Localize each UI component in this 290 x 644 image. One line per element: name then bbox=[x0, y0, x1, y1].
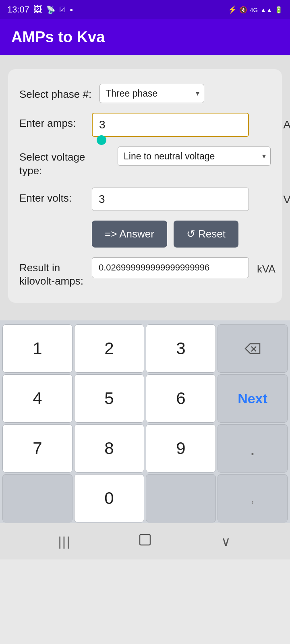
volts-row: Enter volts: V bbox=[19, 188, 271, 211]
volts-control: V bbox=[92, 188, 271, 211]
buttons-row: => Answer ↺ Reset bbox=[92, 221, 271, 248]
key-7[interactable]: 7 bbox=[2, 424, 72, 473]
amps-control: A bbox=[92, 113, 271, 137]
key-dot[interactable]: . bbox=[218, 424, 288, 473]
battery-icon: 🔋 bbox=[275, 6, 283, 14]
nav-bar: ||| ∨ bbox=[0, 523, 290, 559]
result-input bbox=[92, 257, 249, 278]
recents-icon: ||| bbox=[58, 534, 71, 549]
amps-input[interactable] bbox=[92, 113, 249, 137]
cursor-dot bbox=[97, 135, 106, 145]
key-9[interactable]: 9 bbox=[146, 424, 216, 473]
status-check-icon: ☑ bbox=[59, 5, 66, 14]
backspace-icon bbox=[244, 342, 261, 355]
keyboard-row-2: 4 5 6 Next bbox=[2, 374, 288, 423]
home-square-icon bbox=[137, 532, 153, 547]
mute-icon: 🔇 bbox=[239, 6, 247, 14]
key-2[interactable]: 2 bbox=[74, 324, 144, 373]
phase-row: Select phase #: Three phase Single phase… bbox=[19, 84, 271, 103]
key-4[interactable]: 4 bbox=[2, 374, 72, 423]
key-empty-left bbox=[2, 474, 72, 522]
voltage-type-row: Select voltage type: Line to neutral vol… bbox=[19, 147, 271, 178]
main-content: Select phase #: Three phase Single phase… bbox=[0, 55, 290, 320]
status-cast-icon: 📡 bbox=[46, 5, 55, 14]
volts-input[interactable] bbox=[92, 188, 249, 211]
keyboard: 1 2 3 4 5 6 Next 7 8 9 . 0 , bbox=[0, 320, 290, 523]
result-control bbox=[92, 257, 249, 278]
voltage-type-select-wrapper[interactable]: Line to neutral voltage Line to line vol… bbox=[118, 147, 271, 166]
app-title: AMPs to Kva bbox=[11, 29, 105, 46]
key-comma[interactable]: , bbox=[218, 474, 288, 522]
result-unit: kVA bbox=[257, 257, 276, 275]
key-8[interactable]: 8 bbox=[74, 424, 144, 473]
keyboard-row-1: 1 2 3 bbox=[2, 324, 288, 374]
amps-unit: A bbox=[283, 118, 290, 131]
key-1[interactable]: 1 bbox=[2, 324, 72, 373]
back-icon: ∨ bbox=[221, 534, 230, 549]
key-3[interactable]: 3 bbox=[146, 324, 216, 373]
reset-button[interactable]: ↺ Reset bbox=[174, 221, 238, 248]
signal-icon: ▲▲ bbox=[260, 6, 272, 13]
back-button[interactable]: ∨ bbox=[213, 529, 238, 553]
volts-label: Enter volts: bbox=[19, 188, 84, 205]
status-bar: 13:07 🖼 📡 ☑ ● ⚡ 🔇 4G ▲▲ 🔋 bbox=[0, 0, 290, 19]
home-button[interactable] bbox=[133, 529, 157, 553]
phase-control: Three phase Single phase ▾ bbox=[99, 84, 271, 103]
network-icon: 4G bbox=[250, 6, 258, 13]
recents-button[interactable]: ||| bbox=[52, 529, 77, 553]
voltage-type-control: Line to neutral voltage Line to line vol… bbox=[118, 147, 271, 166]
voltage-type-select[interactable]: Line to neutral voltage Line to line vol… bbox=[118, 147, 271, 166]
keyboard-row-4: 0 , bbox=[2, 473, 288, 523]
amps-label: Enter amps: bbox=[19, 113, 84, 130]
key-next[interactable]: Next bbox=[218, 374, 288, 423]
app-bar: AMPs to Kva bbox=[0, 19, 290, 55]
status-photo-icon: 🖼 bbox=[33, 4, 42, 15]
home-icon bbox=[137, 532, 153, 551]
volts-unit: V bbox=[283, 193, 290, 206]
key-5[interactable]: 5 bbox=[74, 374, 144, 423]
key-backspace[interactable] bbox=[218, 324, 288, 373]
phase-select[interactable]: Three phase Single phase bbox=[99, 84, 204, 103]
status-time: 13:07 bbox=[7, 4, 29, 15]
bluetooth-icon: ⚡ bbox=[228, 5, 237, 14]
result-row: Result in kilovolt-amps: kVA bbox=[19, 257, 271, 289]
answer-button[interactable]: => Answer bbox=[92, 221, 167, 248]
key-0[interactable]: 0 bbox=[74, 474, 144, 522]
key-empty-mid bbox=[146, 474, 216, 522]
phase-select-wrapper[interactable]: Three phase Single phase ▾ bbox=[99, 84, 204, 103]
key-6[interactable]: 6 bbox=[146, 374, 216, 423]
form-card: Select phase #: Three phase Single phase… bbox=[8, 69, 282, 303]
voltage-type-label: Select voltage type: bbox=[19, 147, 110, 178]
status-dot-icon: ● bbox=[70, 6, 73, 13]
keyboard-row-3: 7 8 9 . bbox=[2, 423, 288, 473]
phase-label: Select phase #: bbox=[19, 84, 91, 101]
svg-rect-2 bbox=[140, 535, 150, 545]
amps-row: Enter amps: A bbox=[19, 113, 271, 137]
result-label: Result in kilovolt-amps: bbox=[19, 257, 84, 289]
